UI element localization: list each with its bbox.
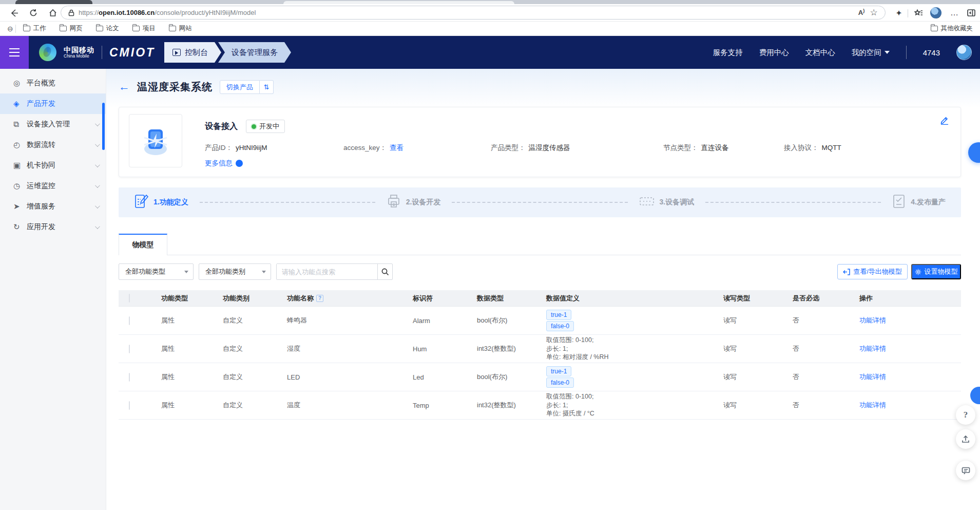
sidebar-item-label: 设备接入管理 [27, 120, 95, 129]
value-tag[interactable]: false-0 [546, 321, 574, 331]
more-info-link[interactable]: 更多信息 i [205, 159, 243, 168]
step-4[interactable]: 4.发布量产 [892, 194, 946, 211]
view-key-link[interactable]: 查看 [390, 144, 403, 152]
back-icon[interactable] [7, 6, 21, 20]
swap-product-icon[interactable]: ⇅ [260, 80, 274, 94]
chevron-down-icon [262, 271, 266, 275]
function-detail-link[interactable]: 功能详情 [859, 401, 886, 409]
credits-count[interactable]: 4743 [923, 48, 940, 57]
function-category-select[interactable]: 全部功能类别 [199, 263, 271, 280]
reading-list-icon[interactable]: ⊖ [7, 25, 13, 33]
ops-monitor-icon: ◷ [13, 181, 27, 191]
sidebar-toggle-icon[interactable] [965, 6, 978, 20]
search-input[interactable] [277, 264, 377, 279]
floating-service-widget[interactable] [968, 142, 980, 163]
value-tag[interactable]: true-1 [546, 310, 571, 320]
row-checkbox[interactable] [129, 401, 130, 410]
row-checkbox-cell [119, 345, 154, 353]
sidebar-item-app-development[interactable]: ↻应用开发 [0, 217, 106, 237]
tab-thing-model[interactable]: 物模型 [119, 234, 167, 255]
sidebar-scrollbar-thumb[interactable] [102, 103, 105, 150]
sidebar-item-data-flow[interactable]: ◴数据流转 [0, 135, 106, 155]
edit-pencil-icon[interactable] [940, 116, 949, 127]
header-nav-link[interactable]: 服务支持 [713, 48, 743, 58]
sidebar-item-platform-overview[interactable]: ◎平台概览 [0, 73, 106, 93]
bookmark-item[interactable]: 工作 [23, 24, 46, 33]
browser-menu-icon[interactable]: … [948, 6, 961, 20]
select-all-checkbox[interactable] [129, 294, 130, 303]
table-header-cell: 功能类别 [216, 294, 280, 303]
header-nav-link[interactable]: 文档中心 [805, 48, 835, 58]
required-cell: 否 [785, 401, 852, 410]
page-title: 温湿度采集系统 [137, 80, 213, 94]
row-checkbox[interactable] [129, 345, 130, 353]
avatar[interactable] [956, 45, 972, 60]
help-icon[interactable]: ? [316, 295, 323, 302]
view-export-model-button[interactable]: 查看/导出物模型 [837, 264, 908, 279]
value-tag[interactable]: true-1 [546, 366, 571, 376]
debug-icon [639, 195, 655, 210]
function-detail-link[interactable]: 功能详情 [859, 316, 886, 324]
feedback-fab[interactable] [956, 429, 975, 449]
function-detail-link[interactable]: 功能详情 [859, 373, 886, 381]
step-1[interactable]: 1.功能定义 [134, 193, 188, 212]
search-button[interactable] [377, 264, 392, 279]
other-favorites[interactable]: 其他收藏夹 [931, 24, 973, 33]
step-2[interactable]: 2.设备开发 [387, 194, 441, 211]
value-definition-cell: 取值范围: 0-100;步长: 1;单位: 摄氏度 / °C [539, 392, 716, 418]
reader-mode-icon[interactable]: A) [855, 7, 868, 19]
table-cell: 自定义 [216, 316, 280, 325]
set-model-button[interactable]: 设置物模型 [911, 264, 961, 279]
header-nav-link[interactable]: 费用中心 [759, 48, 789, 58]
table-cell: Led [406, 373, 470, 381]
home-icon[interactable] [46, 6, 60, 20]
brand-area: 中国移动China Mobile CMIOT [39, 36, 155, 69]
value-tags: true-1false-0 [546, 310, 716, 332]
product-field-value: yHtNI9iijM [236, 144, 267, 152]
bookmark-item[interactable]: 论文 [96, 24, 119, 33]
favorites-list-icon[interactable] [912, 6, 925, 20]
header-nav-links: 服务支持费用中心文档中心 [713, 48, 835, 58]
favorite-star-icon[interactable]: ☆ [868, 7, 880, 19]
value-definition-cell: 取值范围: 0-100;步长: 1;单位: 相对湿度 / %RH [539, 336, 716, 362]
bookmarks-bar: ⊖ 工作网页论文项目网站 [0, 22, 980, 36]
sidebar-item-sim-collab[interactable]: ▣机卡协同 [0, 155, 106, 176]
floating-service-widget[interactable] [970, 387, 980, 404]
breadcrumb-item[interactable]: 控制台 [164, 42, 221, 63]
value-tag[interactable]: false-0 [546, 377, 574, 388]
function-type-value: 全部功能类型 [125, 268, 165, 275]
function-type-select[interactable]: 全部功能类型 [119, 263, 194, 280]
folder-icon [23, 26, 30, 31]
bookmark-item[interactable]: 网站 [169, 24, 192, 33]
row-checkbox[interactable] [129, 373, 130, 382]
action-cell: 功能详情 [852, 344, 961, 353]
product-field-label: 节点类型： [663, 144, 698, 152]
help-fab[interactable]: ? [956, 405, 975, 425]
step-3[interactable]: 3.设备调试 [639, 195, 695, 210]
bookmark-item[interactable]: 项目 [132, 24, 156, 33]
browser-avatar[interactable] [929, 6, 943, 20]
sidebar-item-ops-monitor[interactable]: ◷运维监控 [0, 176, 106, 196]
sidebar-item-value-service[interactable]: ➤增值服务 [0, 196, 106, 217]
url-bar[interactable]: https://open.iot.10086.cn/console/produc… [61, 6, 886, 20]
my-space-menu[interactable]: 我的空间 [852, 48, 890, 58]
hamburger-menu-icon[interactable] [0, 36, 29, 69]
bookmark-item[interactable]: 网页 [60, 24, 83, 33]
sidebar-item-product-development[interactable]: ◈产品开发 [0, 93, 106, 114]
sidebar-item-device-access[interactable]: ⧉设备接入管理 [0, 114, 106, 135]
status-badge: 开发中 [246, 120, 285, 133]
back-arrow-icon[interactable]: ← [119, 81, 130, 92]
chevron-down-icon [95, 203, 100, 209]
browser-tab[interactable] [15, 0, 92, 4]
switch-product-button[interactable]: 切换产品 [220, 80, 260, 94]
breadcrumb-item[interactable]: 设备管理服务 [218, 42, 291, 63]
message-fab[interactable] [956, 461, 975, 480]
function-detail-link[interactable]: 功能详情 [859, 345, 886, 352]
product-field-label: 产品ID： [205, 144, 233, 152]
value-definition-cell: true-1false-0 [539, 365, 716, 389]
refresh-icon[interactable] [27, 6, 40, 20]
browser-essentials-icon[interactable]: ✦ [892, 6, 906, 20]
table-row: 属性自定义温度Tempint32(整数型)取值范围: 0-100;步长: 1;单… [119, 391, 961, 420]
bookmark-label: 网页 [70, 24, 83, 33]
row-checkbox[interactable] [129, 316, 130, 325]
